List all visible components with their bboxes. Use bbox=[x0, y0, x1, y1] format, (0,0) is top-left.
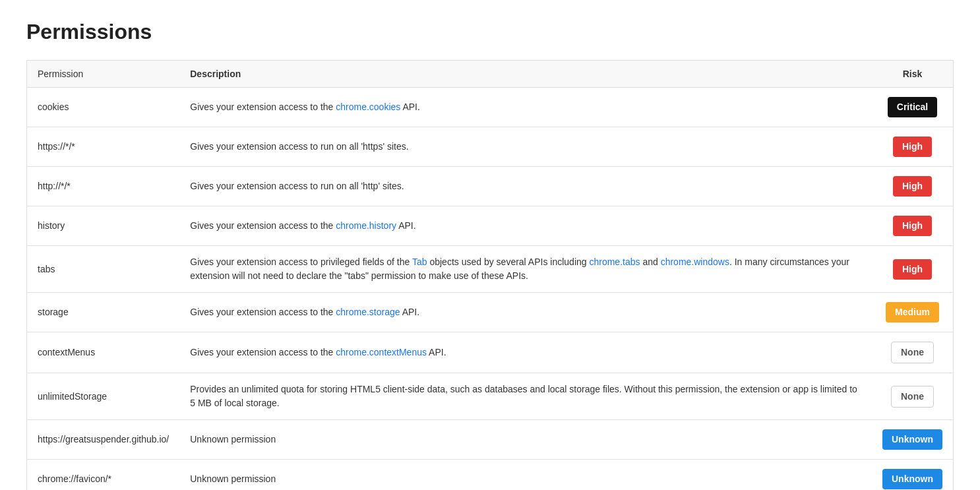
permission-cell: storage bbox=[27, 293, 180, 332]
risk-cell: Unknown bbox=[872, 460, 954, 491]
description-link[interactable]: Tab bbox=[412, 257, 427, 267]
description-cell: Gives your extension access to run on al… bbox=[179, 127, 872, 167]
permissions-table: Permission Description Risk cookiesGives… bbox=[26, 60, 954, 490]
risk-badge: None bbox=[891, 386, 934, 408]
description-cell: Unknown permission bbox=[179, 460, 872, 491]
risk-cell: High bbox=[872, 206, 954, 246]
permission-cell: https://*/* bbox=[27, 127, 180, 167]
description-cell: Gives your extension access to privilege… bbox=[179, 246, 872, 293]
description-link[interactable]: chrome.contextMenus bbox=[336, 347, 427, 357]
table-row: storageGives your extension access to th… bbox=[27, 293, 954, 332]
table-row: https://greatsuspender.github.io/Unknown… bbox=[27, 420, 954, 460]
description-cell: Gives your extension access to the chrom… bbox=[179, 293, 872, 332]
column-header-risk: Risk bbox=[872, 61, 954, 88]
page-title: Permissions bbox=[26, 20, 954, 44]
risk-cell: None bbox=[872, 373, 954, 420]
risk-cell: High bbox=[872, 127, 954, 167]
permission-cell: tabs bbox=[27, 246, 180, 293]
risk-badge: Critical bbox=[888, 97, 937, 117]
risk-cell: High bbox=[872, 167, 954, 206]
description-link[interactable]: chrome.windows bbox=[661, 257, 729, 267]
description-link[interactable]: chrome.cookies bbox=[336, 102, 400, 112]
description-link[interactable]: chrome.history bbox=[336, 220, 396, 231]
table-row: historyGives your extension access to th… bbox=[27, 206, 954, 246]
table-row: cookiesGives your extension access to th… bbox=[27, 88, 954, 127]
permission-cell: http://*/* bbox=[27, 167, 180, 206]
table-header-row: Permission Description Risk bbox=[27, 61, 954, 88]
column-header-description: Description bbox=[179, 61, 872, 88]
permission-cell: chrome://favicon/* bbox=[27, 460, 180, 491]
risk-cell: Critical bbox=[872, 88, 954, 127]
permission-cell: history bbox=[27, 206, 180, 246]
table-row: tabsGives your extension access to privi… bbox=[27, 246, 954, 293]
description-cell: Provides an unlimited quota for storing … bbox=[179, 373, 872, 420]
description-cell: Gives your extension access to the chrom… bbox=[179, 206, 872, 246]
description-link[interactable]: chrome.tabs bbox=[589, 257, 640, 267]
table-row: chrome://favicon/*Unknown permissionUnkn… bbox=[27, 460, 954, 491]
table-row: https://*/*Gives your extension access t… bbox=[27, 127, 954, 167]
risk-cell: Medium bbox=[872, 293, 954, 332]
risk-badge: High bbox=[893, 176, 932, 197]
risk-badge: Medium bbox=[886, 302, 939, 322]
description-cell: Gives your extension access to the chrom… bbox=[179, 88, 872, 127]
risk-cell: None bbox=[872, 332, 954, 373]
risk-cell: Unknown bbox=[872, 420, 954, 460]
risk-cell: High bbox=[872, 246, 954, 293]
table-row: contextMenusGives your extension access … bbox=[27, 332, 954, 373]
permission-cell: unlimitedStorage bbox=[27, 373, 180, 420]
table-row: unlimitedStorageProvides an unlimited qu… bbox=[27, 373, 954, 420]
description-cell: Gives your extension access to run on al… bbox=[179, 167, 872, 206]
permission-cell: cookies bbox=[27, 88, 180, 127]
table-row: http://*/*Gives your extension access to… bbox=[27, 167, 954, 206]
column-header-permission: Permission bbox=[27, 61, 180, 88]
description-cell: Gives your extension access to the chrom… bbox=[179, 332, 872, 373]
permission-cell: https://greatsuspender.github.io/ bbox=[27, 420, 180, 460]
permission-cell: contextMenus bbox=[27, 332, 180, 373]
risk-badge: Unknown bbox=[882, 429, 942, 450]
description-link[interactable]: chrome.storage bbox=[336, 307, 400, 317]
risk-badge: None bbox=[891, 342, 934, 363]
risk-badge: High bbox=[893, 137, 932, 157]
risk-badge: High bbox=[893, 259, 932, 280]
description-cell: Unknown permission bbox=[179, 420, 872, 460]
risk-badge: Unknown bbox=[882, 469, 942, 489]
risk-badge: High bbox=[893, 216, 932, 236]
